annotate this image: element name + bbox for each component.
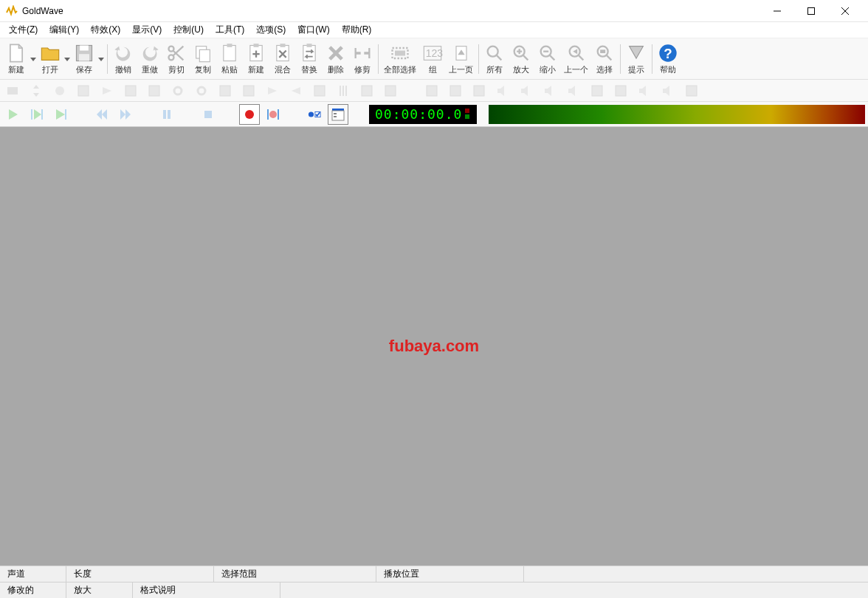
menu-view[interactable]: 显示(V): [126, 22, 168, 38]
svg-marker-97: [102, 109, 107, 120]
effect-spk-r-button[interactable]: [564, 81, 583, 100]
cut-button[interactable]: 剪切: [163, 41, 190, 78]
record-selection-button[interactable]: [263, 104, 283, 125]
zoom-prev-button[interactable]: 上一个: [561, 41, 591, 78]
close-button[interactable]: [828, 0, 862, 22]
trim-button[interactable]: 修剪: [349, 41, 376, 78]
svg-line-53: [606, 55, 611, 60]
svg-marker-4: [30, 58, 36, 61]
play-button[interactable]: [3, 104, 24, 125]
effect-wave-button[interactable]: [121, 81, 140, 100]
effect-vol-button[interactable]: [517, 81, 536, 100]
toolbar-main: 新建打开保存撤销重做剪切复制粘贴新建混合替换删除修剪全部选择123组上一页所有放…: [0, 38, 868, 80]
rewind-button[interactable]: [92, 104, 112, 125]
effect-mark-r-button[interactable]: [611, 81, 630, 100]
replace-button[interactable]: 替换: [296, 41, 323, 78]
effect-rect-button[interactable]: [3, 81, 22, 100]
effect-arrow-r-button[interactable]: [97, 81, 117, 100]
effect-grid-button[interactable]: [381, 81, 400, 100]
copy-button[interactable]: 复制: [190, 41, 216, 78]
svg-rect-65: [149, 86, 159, 96]
trim-icon: [352, 43, 373, 63]
forward-button[interactable]: [115, 104, 136, 125]
zoom-out-button[interactable]: 缩小: [534, 41, 561, 78]
stop-button[interactable]: [198, 104, 218, 125]
effect-bars-button[interactable]: [239, 81, 258, 100]
clipboard-swap-icon: [299, 43, 320, 63]
zoom-all-button[interactable]: 所有: [481, 41, 508, 78]
svg-rect-1: [808, 7, 815, 14]
save-button[interactable]: 保存: [71, 41, 97, 78]
redo-button[interactable]: 重做: [137, 41, 163, 78]
effect-split-button[interactable]: [310, 81, 329, 100]
record-mode-button[interactable]: [304, 104, 325, 125]
effect-spk-l-button[interactable]: [540, 81, 559, 100]
effect-arrows-v-button[interactable]: [27, 81, 46, 100]
menu-window[interactable]: 窗口(W): [292, 22, 335, 38]
svg-marker-81: [497, 86, 504, 96]
effect-arrow-l-button[interactable]: [286, 81, 306, 100]
prev-page-button[interactable]: 上一页: [446, 41, 476, 78]
effect-eq-button[interactable]: [216, 81, 235, 100]
effect-speaker-button[interactable]: [493, 81, 512, 100]
menu-tools[interactable]: 工具(T): [210, 22, 250, 38]
effect-sliders-button[interactable]: [334, 81, 353, 100]
effect-wave2-button[interactable]: [422, 81, 441, 100]
dropdown-arrow[interactable]: [63, 41, 71, 78]
effect-box-button[interactable]: [357, 81, 376, 100]
paste-new-button[interactable]: 新建: [243, 41, 269, 78]
menu-options[interactable]: 选项(S): [250, 22, 292, 38]
effect-scissors2-button[interactable]: [682, 81, 701, 100]
menu-edit[interactable]: 编辑(Y): [44, 22, 85, 38]
menu-help[interactable]: 帮助(R): [336, 22, 378, 38]
svg-rect-110: [332, 111, 344, 120]
svg-rect-80: [474, 86, 484, 96]
hint-icon: [626, 43, 647, 63]
maximize-button[interactable]: [794, 0, 828, 22]
effect-gear2-button[interactable]: [192, 81, 211, 100]
group-button[interactable]: 123组: [419, 41, 446, 78]
menu-effects[interactable]: 特效(X): [85, 22, 126, 38]
effect-vol-down-button[interactable]: [635, 81, 654, 100]
delete-button[interactable]: 删除: [323, 41, 349, 78]
minimize-button[interactable]: [760, 0, 794, 22]
effect-vol-up-button[interactable]: [658, 81, 678, 100]
toolbar-label: 粘贴: [221, 64, 238, 75]
help-button[interactable]: ?帮助: [655, 41, 681, 78]
mix-button[interactable]: 混合: [269, 41, 296, 78]
toolbar-label: 新建: [248, 64, 264, 75]
effect-mark-l-button[interactable]: [588, 81, 607, 100]
toolbar-label: 剪切: [168, 64, 185, 75]
properties-button[interactable]: [328, 104, 348, 125]
play-loop-button[interactable]: [50, 104, 71, 125]
select-all-button[interactable]: 全部选择: [381, 41, 419, 78]
effect-sphere-button[interactable]: [50, 81, 69, 100]
window-controls: [760, 0, 862, 22]
effect-branch-button[interactable]: [74, 81, 93, 100]
hint-button[interactable]: 提示: [623, 41, 650, 78]
effect-gap-button: [404, 81, 418, 100]
clipboard-icon: [219, 43, 240, 63]
play-selection-button[interactable]: [27, 104, 47, 125]
effect-arrows-in-button[interactable]: [446, 81, 465, 100]
menu-file[interactable]: 文件(Z): [3, 22, 44, 38]
dropdown-arrow[interactable]: [97, 41, 105, 78]
effect-chip-button[interactable]: [469, 81, 489, 100]
effect-undo-arc-button[interactable]: [145, 81, 164, 100]
open-button[interactable]: 打开: [37, 41, 63, 78]
zoom-in-button[interactable]: 放大: [508, 41, 534, 78]
undo-button[interactable]: 撤销: [110, 41, 137, 78]
x-icon: [326, 43, 346, 63]
menu-control[interactable]: 控制(U): [168, 22, 210, 38]
zoom-sel-button[interactable]: 选择: [591, 41, 618, 78]
paste-button[interactable]: 粘贴: [216, 41, 243, 78]
svg-rect-111: [334, 113, 337, 114]
effect-gear-button[interactable]: [168, 81, 187, 100]
effect-arrow-r2-button[interactable]: [263, 81, 282, 100]
timecode-value: 00:00:00.0: [375, 106, 462, 122]
dropdown-arrow[interactable]: [30, 41, 37, 78]
new-button[interactable]: 新建: [3, 41, 30, 78]
clipboard-plus-icon: [246, 43, 266, 63]
record-button[interactable]: [239, 104, 260, 125]
pause-button[interactable]: [156, 104, 177, 125]
